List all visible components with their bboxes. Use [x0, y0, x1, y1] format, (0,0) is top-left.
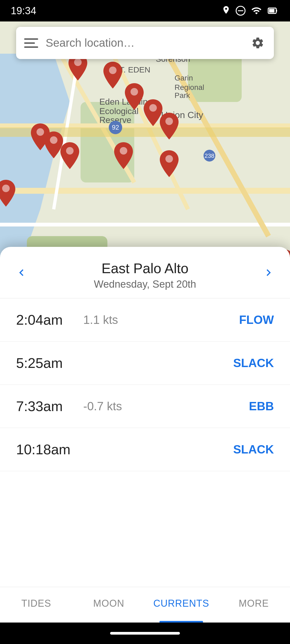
settings-button[interactable] [250, 35, 266, 51]
svg-point-65 [50, 136, 57, 144]
tide-time-1: 2:04am [16, 312, 75, 328]
tide-speed-1: 1.1 kts [83, 313, 231, 327]
svg-point-63 [165, 118, 173, 125]
search-input[interactable] [46, 36, 244, 49]
tab-moon-label: MOON [93, 598, 124, 609]
tide-type-2: SLACK [233, 356, 274, 370]
tab-tides[interactable]: TIDES [0, 587, 73, 623]
location-date: Wednesday, Sept 20th [16, 279, 274, 290]
next-button[interactable] [258, 262, 279, 283]
chevron-left-icon [15, 266, 28, 279]
tide-entry-3: 7:33am -0.7 kts EBB [0, 385, 290, 428]
svg-point-62 [149, 104, 157, 112]
svg-point-64 [37, 128, 44, 136]
dnd-icon [235, 5, 246, 16]
search-bar [16, 27, 274, 59]
svg-point-67 [120, 147, 127, 155]
tab-currents[interactable]: CURRENTS [145, 587, 218, 623]
svg-rect-14 [0, 223, 290, 226]
tab-bar: TIDES MOON CURRENTS MORE [0, 587, 290, 623]
tide-time-4: 10:18am [16, 441, 75, 458]
status-bar: 19:34 [0, 0, 290, 21]
svg-point-59 [74, 58, 82, 66]
battery-icon [267, 5, 279, 16]
status-icons [221, 5, 279, 16]
status-time: 19:34 [11, 5, 36, 17]
svg-rect-3 [269, 9, 274, 12]
tab-tides-label: TIDES [21, 598, 51, 609]
tide-time-2: 5:25am [16, 355, 75, 371]
tide-entry-2: 5:25am SLACK [0, 342, 290, 385]
tide-speed-3: -0.7 kts [83, 400, 241, 413]
location-icon [221, 5, 231, 16]
svg-text:Park: Park [175, 91, 190, 100]
svg-point-66 [66, 147, 74, 155]
bottom-sheet: East Palo Alto Wednesday, Sept 20th 2:04… [0, 247, 290, 623]
wifi-icon [250, 5, 263, 16]
location-title: East Palo Alto [16, 260, 274, 276]
tide-entries: 2:04am 1.1 kts FLOW 5:25am SLACK 7:33am … [0, 298, 290, 587]
home-indicator[interactable] [110, 632, 180, 635]
tide-entry-4: 10:18am SLACK [0, 428, 290, 471]
menu-button[interactable] [24, 35, 40, 51]
svg-text:238: 238 [205, 152, 215, 159]
tide-type-1: FLOW [239, 313, 274, 327]
sheet-header: East Palo Alto Wednesday, Sept 20th [0, 247, 290, 298]
tab-currents-label: CURRENTS [153, 598, 209, 609]
svg-point-69 [2, 185, 10, 192]
svg-point-68 [165, 155, 173, 163]
tab-moon[interactable]: MOON [73, 587, 145, 623]
svg-text:Regional: Regional [175, 83, 204, 92]
chevron-right-icon [262, 266, 275, 279]
tab-more[interactable]: MORE [218, 587, 290, 623]
settings-icon [251, 36, 264, 50]
svg-point-61 [130, 88, 138, 96]
tab-more-label: MORE [239, 598, 269, 609]
tide-type-3: EBB [249, 400, 274, 413]
svg-text:Garin: Garin [175, 74, 193, 82]
tide-time-3: 7:33am [16, 398, 75, 414]
tide-type-4: SLACK [233, 443, 274, 456]
svg-text:92: 92 [112, 124, 119, 131]
svg-point-60 [109, 67, 117, 74]
prev-button[interactable] [11, 262, 32, 283]
bottom-nav-bar [0, 623, 290, 644]
tide-entry-1: 2:04am 1.1 kts FLOW [0, 298, 290, 342]
